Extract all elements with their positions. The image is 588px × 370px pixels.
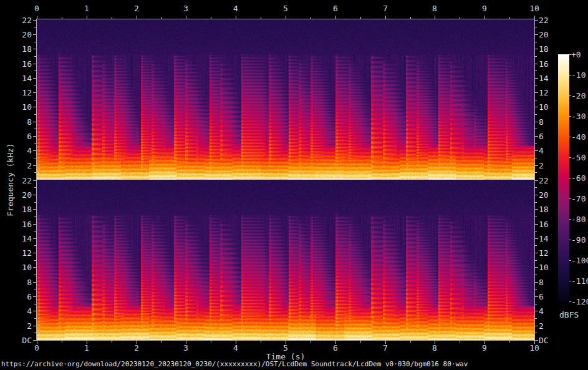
colorbar-tick-label: -50 <box>571 153 586 162</box>
time-tick-label-top: 2 <box>134 4 139 12</box>
colorbar-tick-label: -60 <box>571 174 586 182</box>
freq-tick-label-left: 18 <box>0 45 32 53</box>
freq-minor-tick-left <box>34 158 36 158</box>
freq-major-tick-left <box>33 165 36 166</box>
freq-major-tick-right <box>535 165 538 166</box>
time-minor-tick-top <box>509 17 510 19</box>
time-major-tick-top <box>484 16 485 19</box>
freq-minor-tick-right <box>535 100 537 100</box>
freq-tick-label-left: 10 <box>0 263 32 271</box>
freq-minor-tick-left <box>34 114 36 115</box>
freq-tick-label-right: 4 <box>539 147 544 155</box>
freq-tick-label-right: 8 <box>539 278 544 286</box>
freq-tick-label-right: 10 <box>539 263 549 271</box>
time-minor-tick-bottom <box>62 341 62 343</box>
time-tick-label-top: 9 <box>482 4 487 12</box>
freq-major-tick-right <box>535 20 538 21</box>
time-minor-tick-bottom <box>261 341 261 343</box>
freq-major-tick-right <box>535 253 538 253</box>
freq-tick-label-left: 20 <box>0 191 32 199</box>
freq-minor-tick-right <box>535 144 537 144</box>
freq-tick-label-left: 14 <box>0 74 32 82</box>
time-major-tick-top <box>186 16 186 19</box>
time-tick-label-bottom: 10 <box>529 344 539 352</box>
colorbar-tick-label: -30 <box>571 112 586 120</box>
colorbar-unit-label: dBFS <box>559 310 579 319</box>
time-minor-tick-top <box>360 17 361 19</box>
time-major-tick-top <box>435 16 435 19</box>
freq-tick-label-left: DC <box>0 336 32 344</box>
time-minor-tick-top <box>211 17 211 19</box>
freq-tick-label-right: 2 <box>539 322 544 330</box>
freq-major-tick-right <box>535 107 538 107</box>
time-major-tick-top <box>335 16 336 19</box>
freq-major-tick-left <box>33 136 36 137</box>
freq-tick-label-right: DC <box>539 336 549 344</box>
freq-minor-tick-right <box>535 245 537 246</box>
time-minor-tick-top <box>261 17 261 19</box>
freq-minor-tick-right <box>535 71 537 71</box>
time-tick-label-bottom: 9 <box>482 344 487 352</box>
time-major-tick-top <box>236 16 236 19</box>
freq-major-tick-left <box>33 282 36 283</box>
freq-minor-tick-right <box>535 187 537 188</box>
freq-minor-tick-left <box>34 289 36 290</box>
time-tick-label-top: 10 <box>529 4 539 12</box>
time-tick-label-top: 1 <box>84 4 89 12</box>
freq-minor-tick-left <box>34 304 36 304</box>
freq-minor-tick-left <box>34 187 36 188</box>
freq-major-tick-left <box>33 78 36 79</box>
colorbar-tick-label: -90 <box>571 236 586 244</box>
freq-major-tick-left <box>33 238 36 239</box>
time-tick-label-top: 0 <box>34 4 39 12</box>
time-minor-tick-bottom <box>161 341 162 343</box>
freq-tick-label-right: 12 <box>539 249 549 257</box>
time-tick-label-bottom: 2 <box>134 344 139 352</box>
colorbar-tick-label: -120 <box>571 298 588 306</box>
freq-major-tick-left <box>33 92 36 93</box>
freq-minor-tick-right <box>535 85 537 85</box>
freq-tick-label-left: 4 <box>0 307 32 315</box>
time-minor-tick-top <box>62 17 62 19</box>
freq-minor-tick-left <box>34 333 36 333</box>
freq-major-tick-right <box>535 340 538 341</box>
freq-major-tick-left <box>33 150 36 151</box>
freq-tick-label-right: 14 <box>539 235 549 243</box>
freq-major-tick-left <box>33 20 36 21</box>
freq-major-tick-right <box>535 180 538 181</box>
freq-minor-tick-right <box>535 129 537 129</box>
time-major-tick-top <box>137 16 137 19</box>
freq-tick-label-right: 12 <box>539 89 549 97</box>
freq-tick-label-right: 18 <box>539 45 549 53</box>
freq-tick-label-left: 8 <box>0 278 32 286</box>
freq-major-tick-left <box>33 34 36 35</box>
freq-minor-tick-right <box>535 202 537 203</box>
time-tick-label-bottom: 7 <box>383 344 388 352</box>
time-tick-label-top: 6 <box>333 4 338 12</box>
colorbar-gradient <box>558 54 569 301</box>
freq-minor-tick-right <box>535 27 537 27</box>
time-minor-tick-bottom <box>360 341 361 343</box>
colorbar-tick-label: +0 <box>571 51 581 59</box>
time-tick-label-bottom: 8 <box>432 344 437 352</box>
freq-major-tick-right <box>535 224 538 225</box>
time-minor-tick-top <box>460 17 460 19</box>
freq-tick-label-right: 22 <box>539 177 549 185</box>
freq-minor-tick-left <box>34 100 36 100</box>
freq-major-tick-left <box>33 180 36 181</box>
freq-tick-label-right: 10 <box>539 103 549 111</box>
freq-minor-tick-left <box>34 27 36 27</box>
freq-minor-tick-right <box>535 260 537 261</box>
freq-major-tick-left <box>33 296 36 297</box>
freq-tick-label-right: 14 <box>539 74 549 82</box>
time-tick-label-top: 3 <box>183 4 188 12</box>
freq-minor-tick-left <box>34 172 36 173</box>
colorbar-tick-label: -80 <box>571 215 586 223</box>
freq-major-tick-left <box>33 195 36 195</box>
freq-tick-label-left: 20 <box>0 31 32 39</box>
colorbar-tick-label: -110 <box>571 277 588 285</box>
freq-tick-label-right: 2 <box>539 162 544 170</box>
freq-minor-tick-right <box>535 114 537 115</box>
freq-tick-label-left: 18 <box>0 205 32 213</box>
freq-major-tick-right <box>535 49 538 49</box>
